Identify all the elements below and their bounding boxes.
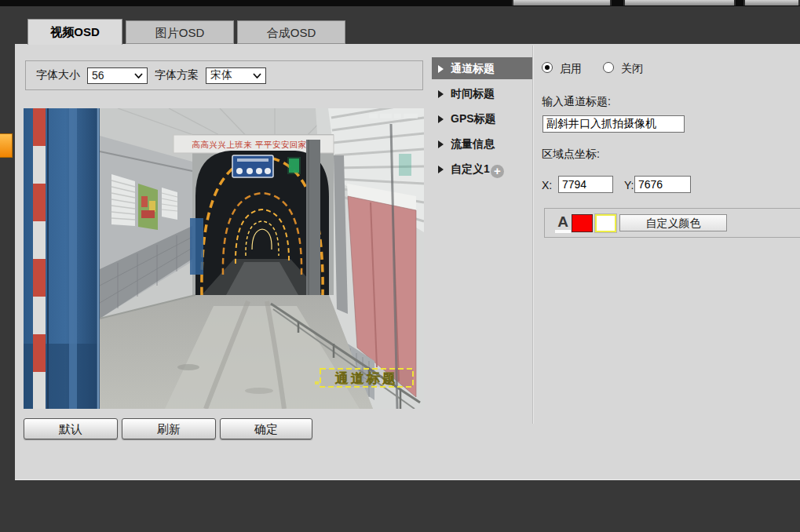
- arrow-right-icon: [438, 140, 444, 148]
- x-label: X:: [542, 179, 552, 191]
- sidebar-item-label: 通道标题: [451, 62, 495, 75]
- disable-radio-label: 关闭: [621, 62, 643, 76]
- arrow-right-icon: [438, 166, 444, 173]
- x-coordinate-input[interactable]: [558, 176, 613, 193]
- exit-sign: [289, 159, 299, 173]
- arrow-right-icon: [438, 90, 444, 98]
- y-label: Y:: [624, 179, 634, 191]
- chevron-down-icon: [134, 73, 143, 78]
- font-scheme-select[interactable]: 宋体: [206, 67, 266, 84]
- sidebar-item-label: GPS标题: [451, 112, 496, 125]
- custom-color-button[interactable]: 自定义颜色: [619, 214, 727, 231]
- video-preview: 高高兴兴上班来 平平安安回家去: [24, 108, 424, 409]
- default-button[interactable]: 默认: [24, 418, 118, 439]
- font-scheme-label: 字体方案: [155, 68, 199, 82]
- hazard-stripe: [33, 108, 46, 409]
- enable-radio[interactable]: [542, 62, 553, 73]
- font-size-select[interactable]: 56: [87, 67, 148, 84]
- enable-radio-label: 启用: [560, 62, 582, 76]
- region-coords-label: 区域点坐标:: [542, 148, 600, 162]
- font-color-icon[interactable]: A: [555, 213, 571, 233]
- sidebar-item-gps-title[interactable]: GPS标题: [432, 107, 532, 129]
- sidebar-item-channel-title[interactable]: 通道标题: [432, 57, 532, 79]
- font-settings-box: 字体大小 56 字体方案 宋体: [25, 60, 423, 90]
- confirm-button[interactable]: 确定: [220, 418, 312, 439]
- sidebar-item-custom-1[interactable]: 自定义1+: [432, 158, 532, 180]
- top-bar-button-sliver[interactable]: [743, 0, 800, 5]
- sidebar-item-time-title[interactable]: 时间标题: [432, 82, 532, 104]
- color-swatch-white-selected[interactable]: [595, 214, 616, 232]
- banner-slogan: 高高兴兴上班来 平平安安回家去: [192, 140, 315, 149]
- font-size-label: 字体大小: [36, 68, 80, 82]
- tunnel-scene: 高高兴兴上班来 平平安安回家去: [24, 108, 424, 409]
- side-panel-handle[interactable]: [0, 133, 13, 158]
- arrow-right-icon: [438, 115, 444, 123]
- font-size-value: 56: [92, 69, 104, 82]
- arrow-right-icon: [438, 65, 444, 73]
- channel-title-osd-box[interactable]: 通道标题: [315, 369, 413, 387]
- sidebar-item-label: 自定义1: [451, 162, 490, 175]
- top-bar: [0, 0, 800, 6]
- tab-composite-osd[interactable]: 合成OSD: [237, 20, 345, 44]
- sidebar-item-traffic-info[interactable]: 流量信息: [432, 133, 532, 155]
- vertical-divider: [532, 46, 533, 424]
- top-bar-button-sliver[interactable]: [623, 0, 736, 5]
- y-coordinate-input[interactable]: [634, 176, 691, 193]
- sidebar-item-label: 流量信息: [451, 137, 495, 150]
- color-settings-box: A 自定义颜色: [544, 208, 800, 238]
- channel-title-input[interactable]: [542, 115, 685, 133]
- osd-settings-page: 视频OSD 图片OSD 合成OSD 字体大小 56 字体方案 宋体: [0, 0, 800, 532]
- font-scheme-value: 宋体: [210, 68, 232, 82]
- tab-picture-osd[interactable]: 图片OSD: [126, 20, 234, 44]
- chevron-down-icon: [253, 73, 261, 78]
- disable-radio[interactable]: [603, 62, 614, 73]
- sidebar-item-label: 时间标题: [451, 87, 495, 100]
- top-bar-button-sliver[interactable]: [512, 0, 612, 5]
- channel-title-osd-text: 通道标题: [334, 371, 398, 386]
- channel-title-input-label: 输入通道标题:: [542, 95, 611, 109]
- add-custom-osd-icon[interactable]: +: [491, 165, 504, 178]
- refresh-button[interactable]: 刷新: [122, 418, 216, 439]
- blue-pillar: [24, 108, 100, 409]
- tunnel-portal: 高高兴兴上班来 平平安安回家去: [174, 134, 348, 314]
- tab-video-osd[interactable]: 视频OSD: [27, 19, 122, 45]
- color-swatch-red[interactable]: [572, 214, 593, 232]
